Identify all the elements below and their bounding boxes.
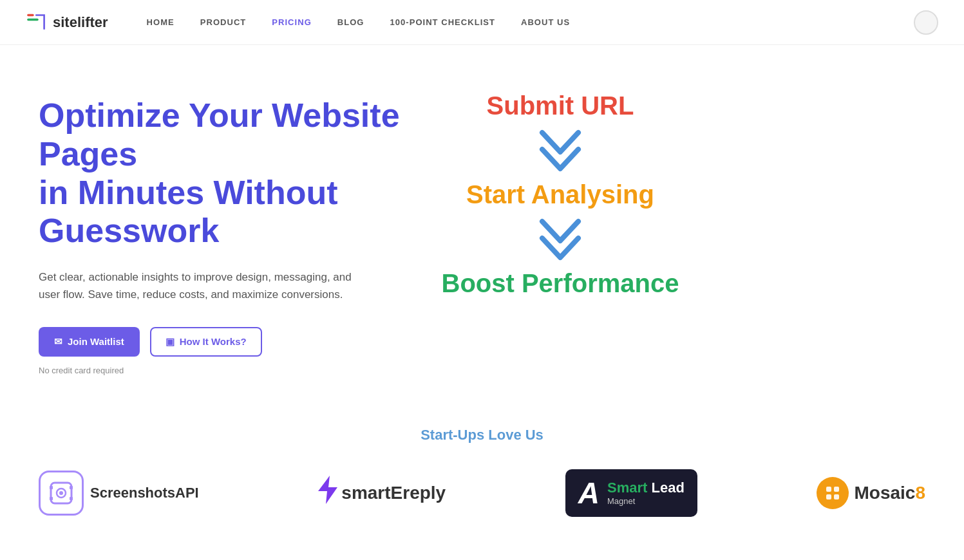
logo-icon [26, 13, 49, 32]
svg-rect-5 [50, 486, 53, 489]
screenshots-api-text: ScreenshotsAPI [90, 485, 199, 501]
hero-heading: Optimize Your Website Pages in Minutes W… [39, 97, 425, 250]
step3-label: Boost Performance [442, 268, 679, 299]
avatar[interactable] [914, 10, 938, 35]
nav-about[interactable]: ABOUT US [521, 17, 570, 27]
nav-checklist[interactable]: 100-POINT CHECKLIST [390, 17, 496, 27]
step2-label: Start Analysing [466, 179, 654, 210]
chevron-down-icon-2 [534, 216, 586, 261]
mosaic8-icon [817, 477, 849, 509]
hero-left: Optimize Your Website Pages in Minutes W… [39, 84, 425, 375]
logo-text: sitelifter [53, 14, 108, 31]
svg-point-10 [823, 483, 842, 503]
how-it-works-button[interactable]: ▣ How It Works? [150, 327, 262, 357]
list-item: smartEreply [318, 476, 446, 510]
step1-label: Submit URL [487, 90, 634, 121]
hero-buttons: ✉ Join Waitlist ▣ How It Works? [39, 327, 425, 357]
svg-rect-0 [27, 14, 34, 16]
nav-pricing[interactable]: PRICING [272, 17, 311, 27]
chevron-down-icon-1 [534, 127, 586, 173]
logo-link[interactable]: sitelifter [26, 13, 108, 32]
play-icon: ▣ [165, 336, 175, 348]
svg-rect-11 [826, 487, 831, 492]
join-waitlist-button[interactable]: ✉ Join Waitlist [39, 327, 140, 357]
svg-rect-14 [834, 494, 839, 499]
bolt-icon [318, 476, 337, 510]
hero-section: Optimize Your Website Pages in Minutes W… [0, 45, 964, 401]
svg-rect-13 [826, 494, 831, 499]
svg-rect-6 [50, 497, 53, 500]
list-item: Mosaic8 [817, 477, 925, 509]
nav-product[interactable]: PRODUCT [200, 17, 247, 27]
smartereply-text: smartEreply [341, 483, 446, 503]
smart-lead-title: Smart Lead [607, 480, 685, 496]
screenshots-api-icon [39, 471, 84, 516]
nav-links: HOME PRODUCT PRICING BLOG 100-POINT CHEC… [147, 17, 914, 27]
smart-lead-text-col: Smart Lead Magnet [607, 480, 685, 506]
nav-home[interactable]: HOME [147, 17, 175, 27]
svg-point-4 [59, 491, 63, 495]
hero-right: Submit URL Start Analysing Boost Perform… [425, 84, 695, 299]
list-item: A Smart Lead Magnet [565, 469, 697, 517]
hero-subtext: Get clear, actionable insights to improv… [39, 268, 373, 303]
email-icon: ✉ [54, 336, 62, 348]
svg-rect-7 [70, 486, 73, 489]
nav-blog[interactable]: BLOG [337, 17, 364, 27]
no-card-text: No credit card required [39, 366, 425, 375]
svg-rect-1 [27, 18, 39, 21]
startups-logos: ScreenshotsAPI smartEreply A Smart Lead … [39, 469, 925, 517]
svg-marker-9 [318, 476, 337, 504]
startups-section: Start-Ups Love Us ScreenshotsAPI [0, 401, 964, 549]
svg-rect-8 [70, 497, 73, 500]
svg-rect-12 [834, 487, 839, 492]
list-item: ScreenshotsAPI [39, 471, 199, 516]
smart-lead-subtitle: Magnet [607, 496, 685, 506]
startups-heading: Start-Ups Love Us [39, 427, 925, 443]
navbar: sitelifter HOME PRODUCT PRICING BLOG 100… [0, 0, 964, 45]
mosaic8-text: Mosaic8 [854, 483, 925, 503]
smart-lead-a-icon: A [578, 478, 600, 508]
